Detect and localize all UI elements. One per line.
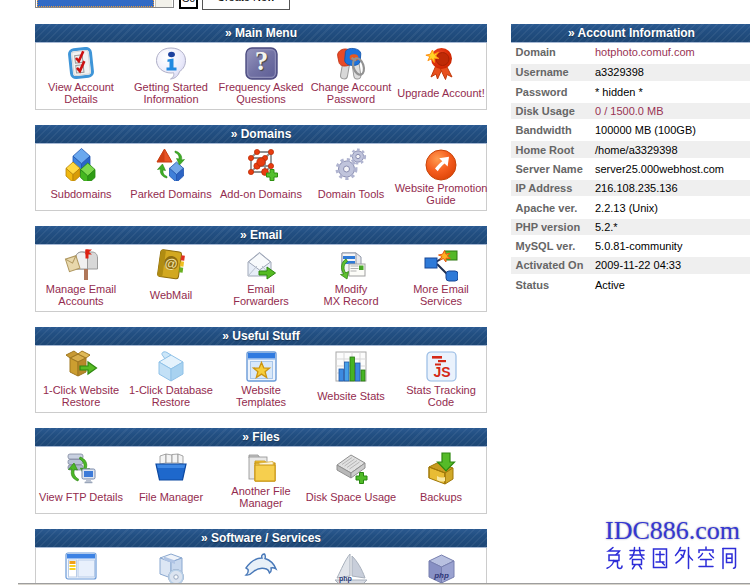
svg-text:php: php (433, 571, 449, 580)
svg-text:?: ? (254, 47, 268, 76)
svg-text:php: php (339, 575, 352, 583)
svg-text:@: @ (164, 255, 179, 272)
svg-text:JS: JS (433, 364, 450, 380)
